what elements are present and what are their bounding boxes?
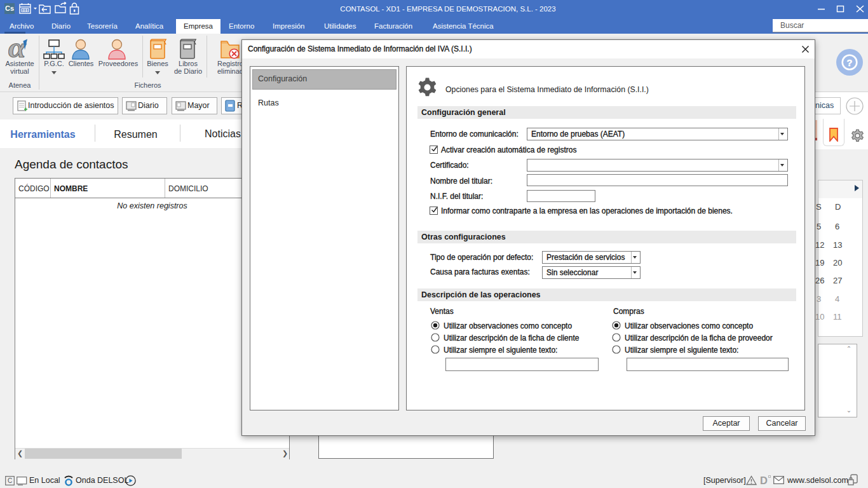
svg-text:α: α — [8, 37, 27, 60]
svg-text:?: ? — [847, 58, 853, 68]
svg-text:C: C — [8, 477, 12, 484]
